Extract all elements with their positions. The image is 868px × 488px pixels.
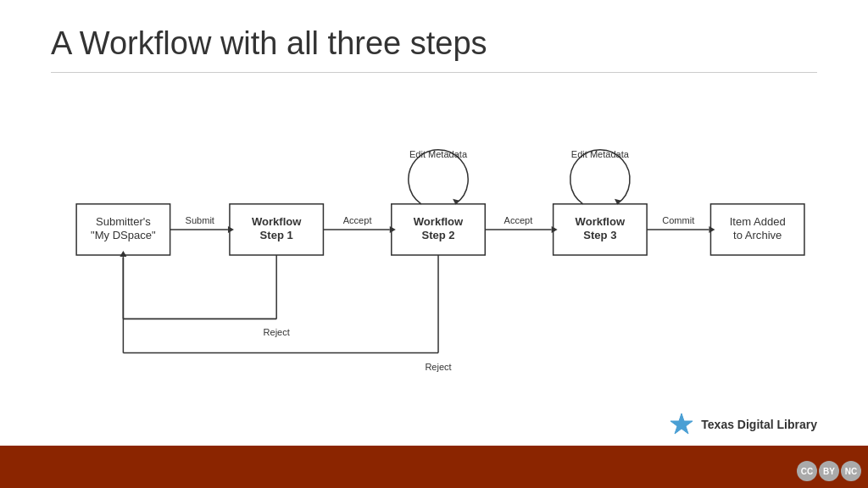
svg-text:Edit Metadata: Edit Metadata xyxy=(571,149,630,159)
logo-area: Texas Digital Library xyxy=(669,412,817,437)
tdl-star-icon xyxy=(669,412,694,437)
diagram-area: Submitter's "My DSpace" Workflow Step 1 … xyxy=(51,90,817,403)
svg-text:Submitter's: Submitter's xyxy=(96,215,151,228)
workflow-diagram: Submitter's "My DSpace" Workflow Step 1 … xyxy=(51,90,817,403)
svg-text:to Archive: to Archive xyxy=(733,229,782,241)
tdl-logo-text: Texas Digital Library xyxy=(701,418,817,431)
svg-marker-40 xyxy=(670,413,693,434)
svg-text:Item Added: Item Added xyxy=(730,215,786,228)
svg-text:Step 2: Step 2 xyxy=(421,229,454,241)
svg-text:Workflow: Workflow xyxy=(252,215,302,228)
svg-text:Step 1: Step 1 xyxy=(260,229,293,241)
svg-text:Edit Metadata: Edit Metadata xyxy=(409,149,468,159)
by-icon: BY xyxy=(819,461,839,481)
svg-text:Step 3: Step 3 xyxy=(583,229,616,241)
svg-text:"My DSpace": "My DSpace" xyxy=(91,229,156,241)
svg-text:Commit: Commit xyxy=(662,215,694,225)
svg-text:Accept: Accept xyxy=(343,215,372,225)
svg-text:Reject: Reject xyxy=(425,362,451,372)
svg-text:Reject: Reject xyxy=(264,327,290,337)
svg-text:Accept: Accept xyxy=(504,215,533,225)
svg-text:Workflow: Workflow xyxy=(414,215,464,228)
cc-badge: CC BY NC xyxy=(797,461,861,481)
bottom-bar: CC BY NC xyxy=(0,446,868,488)
nc-icon: NC xyxy=(841,461,861,481)
slide-title: A Workflow with all three steps xyxy=(51,25,817,62)
svg-text:Submit: Submit xyxy=(186,215,214,225)
svg-text:Workflow: Workflow xyxy=(576,215,626,228)
title-divider xyxy=(51,72,817,73)
slide-content: A Workflow with all three steps Submitte… xyxy=(0,0,868,446)
cc-icon: CC xyxy=(797,461,817,481)
